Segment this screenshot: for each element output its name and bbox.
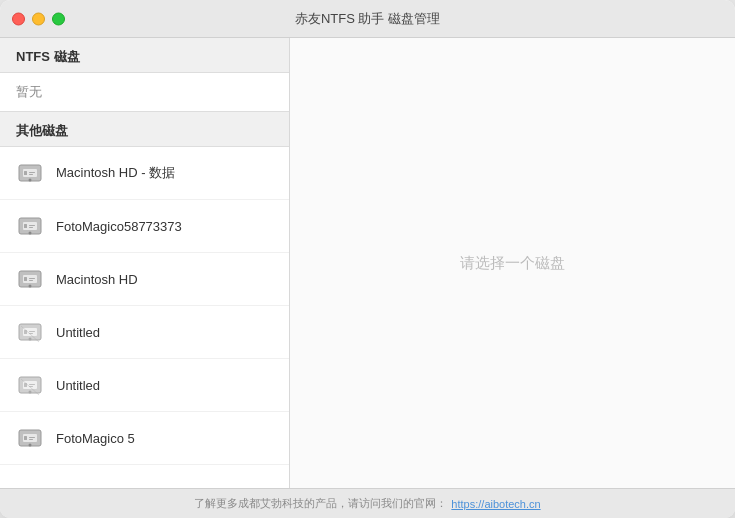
svg-rect-9 [24,224,27,228]
svg-point-14 [29,285,32,288]
svg-rect-22 [29,331,35,332]
disk-item-macintosh-hd-data[interactable]: Macintosh HD - 数据 [0,147,289,200]
close-button[interactable] [12,12,25,25]
svg-rect-3 [24,171,27,175]
svg-rect-29 [29,384,35,385]
disk-name-untitled-2: Untitled [56,378,100,393]
svg-rect-17 [29,280,33,281]
svg-rect-11 [29,227,33,228]
disk-name-macintosh-hd: Macintosh HD [56,272,138,287]
svg-rect-10 [29,225,35,226]
disk-icon-fotomagico58773373 [14,210,46,242]
footer: 了解更多成都艾勃科技的产品，请访问我们的官网： https://aibotech… [0,488,735,518]
maximize-button[interactable] [52,12,65,25]
disk-name-fotomagico5: FotoMagico 5 [56,431,135,446]
svg-rect-35 [24,436,27,440]
disk-name-macintosh-hd-data: Macintosh HD - 数据 [56,164,175,182]
svg-point-20 [29,338,32,341]
svg-rect-4 [29,172,35,173]
svg-point-34 [29,444,32,447]
disk-icon-macintosh-hd [14,263,46,295]
main-content: NTFS 磁盘 暂无 其他磁盘 Macintosh HD - 数据 [0,38,735,488]
right-panel: 请选择一个磁盘 [290,38,735,488]
disk-icon-fotomagico5 [14,422,46,454]
svg-point-2 [29,179,32,182]
svg-rect-37 [29,439,33,440]
window-title: 赤友NTFS 助手 磁盘管理 [295,10,440,28]
svg-rect-15 [24,277,27,281]
disk-item-untitled-2[interactable]: Untitled [0,359,289,412]
svg-point-27 [29,391,32,394]
sidebar: NTFS 磁盘 暂无 其他磁盘 Macintosh HD - 数据 [0,38,290,488]
other-section-header: 其他磁盘 [0,111,289,147]
titlebar: 赤友NTFS 助手 磁盘管理 [0,0,735,38]
disk-icon-untitled-1 [14,316,46,348]
svg-rect-36 [29,437,35,438]
disk-icon-untitled-2 [14,369,46,401]
ntfs-section-header: NTFS 磁盘 [0,38,289,73]
disk-name-fotomagico58773373: FotoMagico58773373 [56,219,182,234]
svg-point-8 [29,232,32,235]
ntfs-no-items: 暂无 [0,73,289,111]
traffic-lights [12,12,65,25]
disk-icon-macintosh-hd-data [14,157,46,189]
app-window: 赤友NTFS 助手 磁盘管理 NTFS 磁盘 暂无 其他磁盘 [0,0,735,518]
svg-rect-5 [29,174,33,175]
minimize-button[interactable] [32,12,45,25]
disk-name-untitled-1: Untitled [56,325,100,340]
placeholder-text: 请选择一个磁盘 [460,254,565,273]
svg-rect-16 [29,278,35,279]
footer-link[interactable]: https://aibotech.cn [451,498,540,510]
disk-item-fotomagico5[interactable]: FotoMagico 5 [0,412,289,465]
disk-item-fotomagico58773373[interactable]: FotoMagico58773373 [0,200,289,253]
footer-text: 了解更多成都艾勃科技的产品，请访问我们的官网： [194,496,447,511]
disk-item-macintosh-hd[interactable]: Macintosh HD [0,253,289,306]
disk-item-untitled-1[interactable]: Untitled [0,306,289,359]
